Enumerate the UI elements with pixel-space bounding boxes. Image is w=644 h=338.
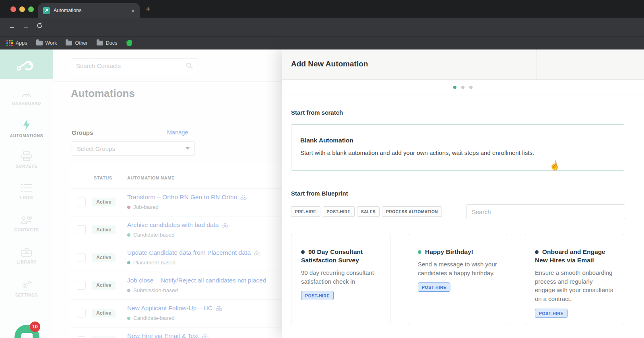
tab-close-icon[interactable]: ×: [131, 7, 135, 14]
filter-pre-hire[interactable]: PRE-HIRE: [291, 206, 320, 217]
folder-icon: [97, 41, 103, 45]
preview-binoculars-icon[interactable]: [240, 195, 247, 200]
sidebar-item-label: LISTS: [0, 196, 53, 200]
sidebar: DASHBOARD AUTOMATIONS SURVEYS: [0, 49, 53, 338]
reload-button[interactable]: [36, 22, 43, 29]
row-checkbox[interactable]: [77, 198, 86, 206]
preview-binoculars-icon[interactable]: [222, 223, 228, 228]
automation-link[interactable]: New Hire via Email & Text: [127, 332, 208, 338]
sidebar-item-surveys[interactable]: SURVEYS: [0, 151, 53, 169]
preview-binoculars-icon[interactable]: [254, 250, 260, 256]
filter-process-automation[interactable]: PROCESS AUTOMATION: [382, 206, 442, 217]
blueprint-search-input[interactable]: [472, 208, 620, 215]
chat-notification-badge: 10: [30, 322, 40, 332]
lists-icon: [21, 183, 32, 193]
column-header-status: STATUS: [94, 175, 112, 180]
automation-link[interactable]: Job close – Notify/Reject all candidates…: [127, 277, 266, 284]
table-row: Active Job close – Notify/Reject all can…: [71, 272, 282, 299]
sidebar-item-library[interactable]: LIBRARY: [0, 247, 53, 264]
table-row: Active New Hire via Email & Text: [71, 327, 282, 338]
post-hire-tag: POST-HIRE: [418, 282, 450, 292]
blueprint-card-description: Send a message to wish your candidates a…: [418, 260, 497, 278]
sidebar-item-contacts[interactable]: CONTACTS: [0, 215, 53, 232]
tab-favicon-icon: [43, 7, 50, 14]
select-groups-value: Select Groups: [77, 145, 115, 152]
automation-link[interactable]: Update Candidate data from Placement dat…: [127, 249, 260, 256]
preview-binoculars-icon[interactable]: [202, 334, 208, 338]
blueprint-card-90-day-survey[interactable]: 90 Day Consultant Satisfaction Survey 90…: [291, 234, 390, 324]
bookmark-folder-other[interactable]: Other: [66, 40, 87, 46]
pagination-dot[interactable]: [469, 86, 473, 89]
row-checkbox[interactable]: [77, 336, 86, 338]
sidebar-item-lists[interactable]: LISTS: [0, 183, 53, 200]
automation-link[interactable]: Archive candidates with bad data: [127, 221, 228, 229]
table-row: Active Transform – Ortho RN Gen to RN Or…: [71, 188, 282, 216]
table-row: Active New Applicant Follow-Up – HC Cand…: [71, 299, 282, 327]
automation-type: Submission-based: [127, 287, 178, 293]
back-button[interactable]: ←: [9, 23, 16, 31]
select-groups-dropdown[interactable]: Select Groups: [72, 141, 195, 156]
step-pagination: [282, 80, 644, 95]
automations-table: STATUS AUTOMATION NAME Active Transform …: [71, 163, 282, 338]
blueprint-card-description: 90 day recurring consultant satisfaction…: [301, 268, 380, 286]
blueprint-card-happy-birthday[interactable]: Happy Birthday! Send a message to wish y…: [408, 234, 507, 324]
row-checkbox[interactable]: [77, 281, 86, 290]
blueprint-card-title: 90 Day Consultant Satisfaction Survey: [301, 248, 380, 265]
blueprint-section-label: Start from Blueprint: [291, 190, 348, 197]
bookmarks-bar: Apps Work Other Docs: [0, 36, 644, 49]
sidebar-item-automations[interactable]: AUTOMATIONS: [0, 119, 53, 138]
sidebar-item-settings[interactable]: SETTINGS: [0, 280, 53, 297]
pagination-dot[interactable]: [453, 86, 456, 89]
manage-groups-link[interactable]: Manage: [167, 129, 188, 136]
automation-link[interactable]: Transform – Ortho RN Gen to RN Ortho: [127, 194, 247, 201]
automations-bolt-icon: [22, 119, 31, 131]
contacts-people-icon: [20, 215, 33, 225]
row-checkbox[interactable]: [77, 253, 86, 262]
post-hire-tag: POST-HIRE: [535, 309, 568, 318]
preview-binoculars-icon[interactable]: [216, 306, 222, 311]
app-logo[interactable]: [0, 49, 53, 79]
pagination-dot[interactable]: [461, 86, 464, 89]
bookmark-label: Other: [75, 40, 87, 46]
blueprint-card-onboard-engage[interactable]: Onboard and Engage New Hires via Email E…: [525, 234, 624, 324]
bookmark-folder-docs[interactable]: Docs: [97, 40, 117, 46]
category-dot: [301, 250, 305, 254]
bookmark-evernote[interactable]: [126, 39, 132, 47]
groups-label: Groups: [72, 129, 93, 136]
column-header-name: AUTOMATION NAME: [127, 175, 175, 180]
settings-gears-icon: [20, 280, 33, 290]
row-checkbox[interactable]: [77, 309, 86, 317]
browser-tab[interactable]: Automations ×: [38, 3, 140, 18]
status-badge: Active: [92, 336, 116, 338]
automation-link[interactable]: New Applicant Follow-Up – HC: [127, 305, 222, 312]
forward-button[interactable]: →: [23, 23, 29, 31]
filter-sales[interactable]: SALES: [357, 206, 380, 217]
folder-icon: [66, 41, 72, 45]
sidebar-item-dashboard[interactable]: DASHBOARD: [0, 88, 53, 106]
row-checkbox[interactable]: [77, 225, 86, 234]
divider: [536, 49, 537, 80]
search-input[interactable]: [76, 62, 186, 69]
status-badge: Active: [92, 253, 116, 262]
surveys-icon: [21, 151, 32, 161]
maximize-window-button[interactable]: [28, 6, 34, 12]
status-badge: Active: [92, 225, 116, 234]
minimize-window-button[interactable]: [19, 6, 25, 12]
bookmark-label: Apps: [16, 40, 27, 46]
bookmark-apps[interactable]: Apps: [6, 40, 27, 46]
filter-post-hire[interactable]: POST-HIRE: [323, 206, 355, 217]
app-window: DASHBOARD AUTOMATIONS SURVEYS: [0, 49, 644, 338]
evernote-icon: [126, 39, 132, 47]
automation-type: Candidate-based: [127, 315, 175, 321]
new-tab-button[interactable]: +: [146, 5, 151, 13]
table-row: Active Update Candidate data from Placem…: [71, 244, 282, 272]
close-window-button[interactable]: [10, 6, 16, 12]
blueprint-search[interactable]: [466, 204, 625, 219]
contacts-search[interactable]: [71, 58, 198, 73]
background-page: DASHBOARD AUTOMATIONS SURVEYS: [0, 49, 282, 338]
bookmark-folder-work[interactable]: Work: [36, 40, 57, 46]
status-badge: Active: [92, 281, 116, 290]
blank-automation-card[interactable]: Blank Automation Start with a blank auto…: [291, 124, 624, 171]
sidebar-item-label: DASHBOARD: [0, 101, 53, 106]
sidebar-item-label: SURVEYS: [0, 164, 53, 169]
